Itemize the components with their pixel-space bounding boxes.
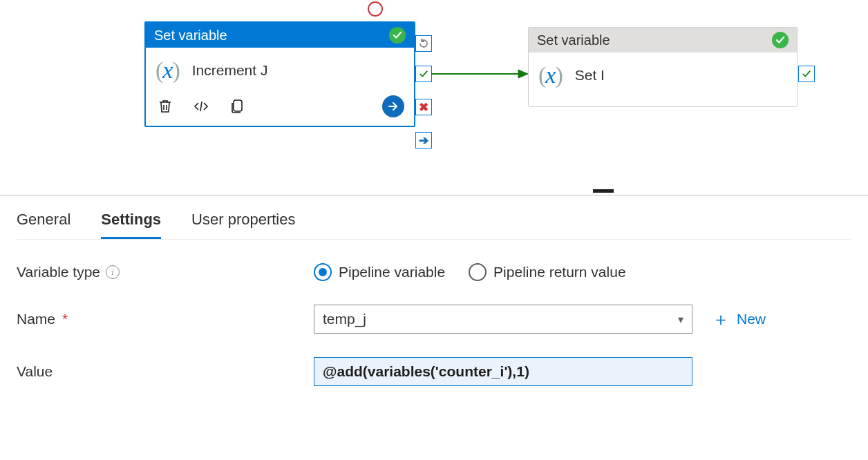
radio-pipeline-variable[interactable]: Pipeline variable bbox=[314, 263, 445, 281]
value-expression-input[interactable]: @add(variables('counter_i'),1) bbox=[314, 357, 692, 386]
activity-set-variable-set-i[interactable]: Set variable (x) Set I bbox=[528, 27, 798, 107]
radio-label: Pipeline return value bbox=[493, 264, 625, 280]
tab-settings[interactable]: Settings bbox=[101, 211, 161, 239]
name-select-value: temp_j bbox=[323, 311, 366, 327]
name-label: Name bbox=[17, 311, 55, 327]
svg-rect-0 bbox=[234, 100, 242, 111]
dependency-handle-completion[interactable] bbox=[415, 35, 432, 52]
required-indicator: * bbox=[62, 311, 68, 327]
dependency-handle-success[interactable] bbox=[415, 66, 432, 82]
pipeline-canvas[interactable]: Set variable (x) Increment J bbox=[0, 0, 868, 195]
chevron-down-icon: ▾ bbox=[678, 313, 683, 326]
tab-user-properties[interactable]: User properties bbox=[191, 211, 295, 239]
delete-icon[interactable] bbox=[155, 97, 175, 116]
name-select[interactable]: temp_j ▾ bbox=[314, 305, 692, 334]
success-connector-arrow[interactable] bbox=[431, 68, 528, 82]
dependency-handle-failure[interactable]: ✖ bbox=[415, 99, 432, 115]
run-activity-button[interactable] bbox=[382, 95, 404, 117]
radio-label: Pipeline variable bbox=[339, 264, 445, 280]
svg-marker-2 bbox=[518, 70, 528, 78]
new-variable-label: New bbox=[737, 311, 766, 327]
activity-toolbar bbox=[146, 90, 414, 126]
variable-icon: (x) bbox=[538, 62, 563, 88]
activity-set-variable-increment-j[interactable]: Set variable (x) Increment J bbox=[144, 21, 415, 127]
variable-icon: (x) bbox=[155, 57, 180, 84]
code-icon[interactable] bbox=[191, 97, 211, 116]
variable-type-label: Variable type bbox=[17, 264, 100, 280]
new-variable-button[interactable]: ＋ New bbox=[712, 307, 766, 332]
plus-icon: ＋ bbox=[712, 307, 730, 332]
status-success-icon bbox=[389, 27, 406, 44]
properties-tabs: General Settings User properties bbox=[17, 195, 851, 240]
dependency-handle-skipped[interactable]: ➔ bbox=[415, 132, 432, 148]
splitter-grip-icon[interactable] bbox=[593, 189, 614, 193]
activity-title: Set variable bbox=[154, 28, 382, 44]
tab-general[interactable]: General bbox=[17, 211, 70, 239]
properties-panel: General Settings User properties Variabl… bbox=[0, 195, 868, 386]
variable-type-radio-group: Pipeline variable Pipeline return value bbox=[314, 263, 626, 281]
info-icon[interactable]: i bbox=[106, 265, 120, 279]
top-connection-anchor[interactable] bbox=[368, 1, 383, 17]
value-expression-text: @add(variables('counter_i'),1) bbox=[323, 363, 529, 380]
activity-name: Increment J bbox=[192, 62, 268, 79]
copy-icon[interactable] bbox=[227, 97, 247, 116]
dependency-handle-success[interactable] bbox=[798, 66, 815, 82]
panel-splitter[interactable] bbox=[0, 195, 868, 195]
activity-title: Set variable bbox=[537, 32, 765, 48]
status-success-icon bbox=[772, 32, 789, 48]
value-label: Value bbox=[17, 363, 53, 380]
radio-pipeline-return-value[interactable]: Pipeline return value bbox=[469, 263, 625, 281]
activity-name: Set I bbox=[575, 67, 605, 84]
